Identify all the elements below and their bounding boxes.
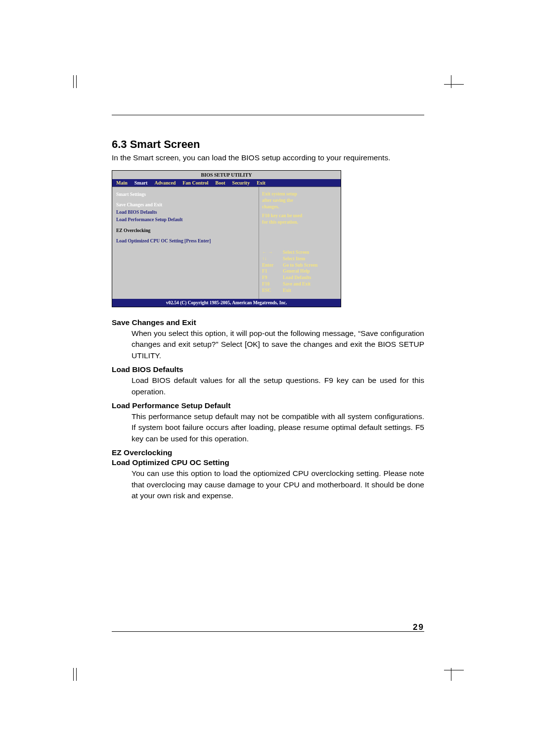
intro-text: In the Smart screen, you can load the BI… xyxy=(112,153,424,163)
bios-left-heading: Smart Settings xyxy=(116,191,255,198)
bios-left-panel: Smart Settings Save Changes and Exit Loa… xyxy=(112,187,259,299)
bios-tab-fan: Fan Control xyxy=(182,180,208,186)
page-number: 29 xyxy=(112,622,424,632)
bios-item-save-exit: Save Changes and Exit xyxy=(116,201,255,209)
help-key: F10 xyxy=(262,281,279,287)
bios-tab-exit: Exit xyxy=(257,180,266,186)
term-title: EZ Overclocking xyxy=(112,448,424,457)
bios-screenshot: BIOS SETUP UTILITY Main Smart Advanced F… xyxy=(112,170,341,307)
page-content: 6.3 Smart Screen In the Smart screen, yo… xyxy=(112,115,424,506)
term-title: Load BIOS Defaults xyxy=(112,365,424,374)
bios-title: BIOS SETUP UTILITY xyxy=(112,171,341,179)
help-key: Enter xyxy=(262,262,279,269)
help-key: ↑↓ xyxy=(262,256,279,262)
bios-item-load-oc: Load Optimized CPU OC Setting [Press Ent… xyxy=(116,237,255,245)
top-rule xyxy=(112,115,424,115)
term-body: Load BIOS default values for all the set… xyxy=(132,375,424,397)
bios-desc-line: after saving the xyxy=(262,197,336,204)
bios-tab-boot: Boot xyxy=(216,180,225,186)
crop-mark-tr xyxy=(444,75,464,95)
term-body: You can use this option to load the opti… xyxy=(132,468,424,501)
section-heading: 6.3 Smart Screen xyxy=(112,138,424,151)
bios-body: Smart Settings Save Changes and Exit Loa… xyxy=(112,187,341,299)
bios-desc-line: for this operation. xyxy=(262,219,336,226)
help-label: Go to Sub Screen xyxy=(283,262,317,269)
bios-item-load-defaults: Load BIOS Defaults xyxy=(116,209,255,216)
term-body: When you select this option, it will pop… xyxy=(132,328,424,361)
help-label: Load Defaults xyxy=(283,275,311,281)
help-label: General Help xyxy=(283,268,310,275)
term-title: Load Optimized CPU OC Setting xyxy=(112,458,424,467)
crop-mark-bl xyxy=(64,661,84,681)
bios-right-panel: Exit system setup after saving the chang… xyxy=(259,187,341,299)
help-key: ← → xyxy=(262,249,279,256)
term-body: This performance setup default may not b… xyxy=(132,411,424,444)
term-title: Save Changes and Exit xyxy=(112,318,424,327)
help-label: Select Screen xyxy=(283,249,309,256)
help-key: F9 xyxy=(262,275,279,281)
bios-tab-advanced: Advanced xyxy=(154,180,176,186)
bios-desc-line: changes. xyxy=(262,204,336,210)
bios-desc-line: Exit system setup xyxy=(262,191,336,197)
help-label: Select Item xyxy=(283,256,305,262)
help-label: Exit xyxy=(283,287,291,294)
bottom-rule xyxy=(112,631,424,632)
bios-footer: v02.54 (C) Copyright 1985-2005, American… xyxy=(112,299,341,307)
help-key: ESC xyxy=(262,287,279,294)
bios-tab-smart: Smart xyxy=(134,180,148,186)
term-title: Load Performance Setup Default xyxy=(112,401,424,410)
help-label: Save and Exit xyxy=(283,281,311,287)
bios-item-load-perf: Load Performance Setup Default xyxy=(116,216,255,224)
bios-desc-line: F10 key can be used xyxy=(262,213,336,219)
bios-sub-heading: EZ Overclocking xyxy=(116,227,255,235)
bios-help-table: ← →Select Screen ↑↓Select Item EnterGo t… xyxy=(262,249,336,294)
crop-mark-tl xyxy=(64,75,84,95)
bios-tab-security: Security xyxy=(232,180,250,186)
bios-tab-main: Main xyxy=(116,180,128,186)
crop-mark-br xyxy=(444,661,464,681)
help-key: F1 xyxy=(262,268,279,275)
bios-tabs: Main Smart Advanced Fan Control Boot Sec… xyxy=(112,179,341,187)
